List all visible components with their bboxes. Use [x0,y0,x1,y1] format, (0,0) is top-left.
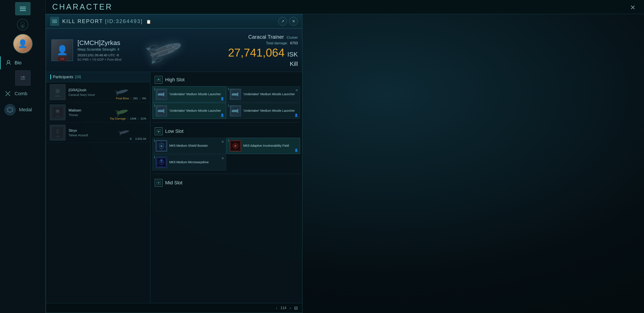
slot-section-divider-2 [152,174,300,174]
sidebar-item-bio-label: Bio [14,60,22,66]
participant-item[interactable]: [GRA]Josh Caracal Navy Issue [46,82,150,102]
kill-report-header: KILL REPORT [ID:3264493] 📋 ↗ ✕ [46,14,302,28]
module-destroyed-icon[interactable]: ✕ [221,156,224,160]
module-icon [156,105,167,116]
svg-point-70 [235,145,236,146]
prev-arrow[interactable]: ‹ [276,306,277,311]
bio-icon [5,59,12,66]
filter-button[interactable]: ⊟ [294,306,298,311]
svg-rect-55 [158,110,164,111]
module-close-icon[interactable]: ✕ [295,88,298,92]
isk-value: 27,741,064 [228,46,284,59]
user-avatar[interactable]: 👤 [13,34,33,53]
participant-ship: Thorax [68,113,146,117]
page-count: 114 [280,306,286,310]
svg-rect-57 [164,109,164,113]
svg-rect-53 [237,92,238,96]
module-qty: 1 [154,156,155,159]
participant-name: [GRA]Josh [68,88,146,92]
app-close-button[interactable]: ✕ [628,2,638,12]
total-damage-label: Total damage: [266,41,288,45]
module-item[interactable]: 1 MK5 Adaptive Invulnerabil [226,138,300,154]
svg-point-0 [17,19,28,30]
module-icon [156,89,167,100]
module-item[interactable]: 1 [152,154,226,170]
stat-damage: 2,631.04 [135,137,146,140]
isk-unit: ISK [288,51,298,58]
kr-close-button[interactable]: ✕ [289,17,298,26]
module-item[interactable]: 1 [152,138,226,154]
participant-item[interactable]: Stryx Talwar Assault [46,123,150,143]
high-slot-title: High Slot [165,77,184,83]
module-item[interactable]: 1 'Undertaker' Medium Missile Launcher [152,86,226,102]
stat-label: Final Blow [116,97,129,100]
low-slot-section: Low Slot 1 [150,123,302,173]
sidebar: 👤 Bio [0,0,46,313]
svg-rect-35 [56,112,60,113]
participant-info: [GRA]Josh Caracal Navy Issue [68,88,146,96]
participant-stats: Final Blow | 291 | 4% [116,97,146,100]
svg-rect-56 [158,111,164,112]
module-name: MK5 Medium Shield Booster [169,144,208,148]
low-slot-title: Low Slot [165,128,184,134]
low-slot-icon [155,127,162,135]
participant-info: Malisen Thorax [68,108,146,117]
kr-title-text: KILL REPORT [ID:3264493] 📋 [62,18,152,24]
participant-stats: ⊕ 2,631.04 [130,137,146,140]
participant-ship: Caracal Navy Issue [68,93,146,96]
stat-damage: 1446 [130,117,136,120]
kill-report-info: 👤 Kill [CMCH]Zyrkas Warp Scramble Streng… [46,28,302,72]
sidebar-item-medal[interactable]: Medal [0,101,46,119]
module-qty: 1 [154,104,155,107]
participant-ship-icon [113,106,130,118]
module-item[interactable]: 1 'Undertaker' Medium Missile Launcher [152,103,226,119]
high-slot-section: High Slot 1 [150,72,302,121]
ship-stats-panel: Caracal Trainer Cruiser Total damage: 67… [228,34,298,67]
high-slot-header: High Slot [150,74,302,86]
high-slot-icon [155,76,162,84]
participant-ship: Talwar Assault [68,133,146,137]
participant-name: Malisen [68,108,146,113]
module-name: 'Undertaker' Medium Missile Launcher [169,92,221,96]
stat-percent: 21% [140,117,146,120]
medal-hex-icon [4,104,16,115]
module-item[interactable]: 1 'Undertaker' Medium Missile Launcher [226,86,300,102]
sidebar-item-bio[interactable]: Bio [0,56,46,69]
participant-item[interactable]: Malisen Thorax [46,102,150,123]
mid-slot-title: Mid Slot [165,180,182,186]
module-qty: 1 [228,104,229,107]
stat-damage: 291 [133,97,138,100]
kr-copy-icon[interactable]: 📋 [146,19,152,24]
svg-marker-14 [8,108,12,112]
module-destroyed-icon[interactable]: ✕ [221,140,224,144]
combat-icon [4,90,11,97]
module-icon [230,105,241,116]
high-slot-modules-grid: 1 'Undertaker' Medium Missile Launcher [150,86,302,119]
vitruvian-logo [16,18,29,31]
sidebar-item-combat[interactable]: Comb [0,87,46,101]
ship-graphic-area [122,28,209,72]
stat-label: Top Damage [110,117,126,120]
participant-avatar [50,125,66,140]
module-name: 'Undertaker' Medium Missile Launcher [243,109,295,113]
svg-line-7 [23,26,24,28]
kr-external-link-button[interactable]: ↗ [278,17,287,26]
module-item[interactable]: 1 'Undertaker' Medium Missile Launcher [226,103,300,119]
app-header: CHARACTER ✕ [46,0,644,14]
mid-slot-section: Mid Slot [150,175,302,192]
kr-menu-button[interactable] [50,17,59,26]
module-name: 'Undertaker' Medium Missile Launcher [243,92,295,96]
participant-avatar [50,105,66,120]
module-person-icon: 👤 [294,113,298,117]
module-person-icon: 👤 [294,148,298,152]
header-accent-bar [50,74,51,79]
module-qty: 1 [154,88,155,91]
hamburger-button[interactable] [15,2,30,15]
svg-line-4 [21,25,23,26]
kr-action-buttons: ↗ ✕ [278,17,298,26]
participant-stats: Top Damage | 1446 | 21% [110,117,146,120]
svg-point-1 [21,22,24,25]
next-arrow[interactable]: › [290,306,291,311]
svg-rect-52 [232,95,238,96]
svg-rect-51 [232,93,238,95]
